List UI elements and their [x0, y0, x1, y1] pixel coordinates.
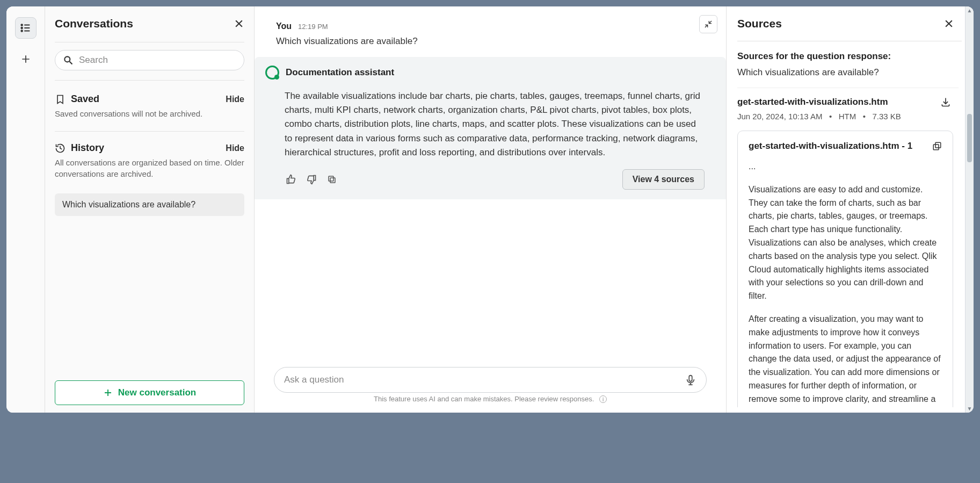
- svg-line-14: [709, 21, 712, 24]
- thumbs-up-button[interactable]: [285, 173, 297, 186]
- conversations-search[interactable]: [55, 50, 244, 70]
- svg-rect-16: [330, 178, 335, 183]
- sources-title: Sources: [737, 17, 782, 30]
- source-card-ellipsis: ...: [749, 160, 942, 174]
- sources-scroll-area: Sources for the question response: Which…: [737, 51, 962, 407]
- conversations-panel: Conversations Saved Hide Saved: [45, 6, 255, 413]
- source-file-name: get-started-with-visualizations.htm: [737, 97, 901, 107]
- rail-conversations-button[interactable]: [15, 17, 37, 39]
- conversations-close-button[interactable]: [234, 18, 244, 29]
- source-file-meta: Jun 20, 2024, 10:13 AM • HTM • 7.33 KB: [737, 112, 901, 121]
- chat-main: You 12:19 PM Which visualizations are av…: [255, 6, 726, 413]
- source-file-row: get-started-with-visualizations.htm Jun …: [737, 97, 959, 121]
- assistant-message-body: The available visualizations include bar…: [285, 89, 705, 160]
- source-card: get-started-with-visualizations.htm - 1 …: [737, 131, 953, 407]
- saved-hide-button[interactable]: Hide: [226, 95, 244, 104]
- microphone-icon[interactable]: [685, 374, 696, 386]
- svg-rect-23: [935, 142, 941, 148]
- download-icon: [940, 97, 951, 107]
- app-window: Conversations Saved Hide Saved: [6, 6, 974, 413]
- collapse-icon: [704, 20, 713, 28]
- bookmark-icon: [55, 94, 66, 105]
- assistant-name: Documentation assistant: [286, 67, 394, 78]
- user-message: You 12:19 PM Which visualizations are av…: [276, 21, 705, 48]
- source-file-date: Jun 20, 2024, 10:13 AM: [737, 112, 822, 121]
- svg-point-4: [21, 30, 23, 32]
- history-icon: [55, 143, 66, 154]
- search-icon: [63, 55, 74, 66]
- thumbs-down-icon: [306, 174, 317, 185]
- assistant-message: Documentation assistant The available vi…: [255, 57, 726, 200]
- rail-new-button[interactable]: [15, 48, 37, 70]
- saved-section-desc: Saved conversations will not be archived…: [55, 108, 244, 119]
- saved-section-title: Saved: [71, 93, 99, 105]
- svg-line-15: [705, 25, 708, 27]
- sources-panel: Sources Sources for the question respons…: [726, 6, 965, 413]
- svg-rect-17: [329, 176, 333, 181]
- open-copy-icon: [932, 141, 942, 151]
- new-conversation-button[interactable]: New conversation: [55, 380, 244, 405]
- conversations-title: Conversations: [55, 17, 133, 30]
- user-message-body: Which visualizations are available?: [276, 34, 705, 48]
- source-card-body: ... Visualizations are easy to add and c…: [749, 160, 942, 407]
- chat-input-area: This feature uses AI and can make mistak…: [255, 361, 726, 413]
- copy-icon: [327, 175, 337, 184]
- scroll-down-arrow-icon[interactable]: ▼: [966, 406, 974, 412]
- svg-rect-24: [933, 145, 939, 150]
- info-icon[interactable]: i: [599, 395, 607, 403]
- conversation-item[interactable]: Which visualizations are available?: [55, 193, 244, 216]
- history-hide-button[interactable]: Hide: [226, 143, 244, 153]
- source-download-button[interactable]: [940, 97, 951, 107]
- scrollbar-thumb[interactable]: [967, 114, 972, 162]
- sources-close-button[interactable]: [943, 18, 954, 29]
- list-icon: [20, 22, 32, 34]
- chat-input-box[interactable]: [274, 367, 707, 393]
- new-conversation-label: New conversation: [118, 387, 197, 398]
- plus-icon: [20, 54, 31, 64]
- search-input[interactable]: [79, 55, 236, 66]
- assistant-avatar-icon: [265, 66, 279, 80]
- source-card-paragraph: Visualizations are easy to add and custo…: [749, 183, 942, 303]
- sources-subtitle: Sources for the question response:: [737, 51, 959, 62]
- messages-area: You 12:19 PM Which visualizations are av…: [255, 6, 726, 361]
- copy-button[interactable]: [325, 173, 338, 186]
- svg-point-10: [64, 56, 70, 62]
- thumbs-down-button[interactable]: [305, 173, 318, 186]
- svg-rect-18: [689, 376, 692, 381]
- svg-line-11: [70, 62, 72, 64]
- svg-point-2: [21, 27, 23, 29]
- ai-disclaimer: This feature uses AI and can make mistak…: [274, 393, 707, 407]
- source-file-type: HTM: [839, 112, 856, 121]
- svg-point-0: [21, 24, 23, 26]
- user-message-time: 12:19 PM: [298, 23, 328, 31]
- close-icon: [234, 18, 244, 29]
- thumbs-up-icon: [286, 174, 296, 185]
- plus-icon: [103, 388, 113, 398]
- scroll-up-arrow-icon[interactable]: ▲: [966, 8, 974, 13]
- view-sources-button[interactable]: View 4 sources: [622, 169, 705, 190]
- disclaimer-text: This feature uses AI and can make mistak…: [374, 395, 594, 403]
- sources-question: Which visualizations are available?: [737, 67, 959, 78]
- window-scrollbar[interactable]: ▲ ▼: [965, 6, 974, 413]
- source-card-paragraph: After creating a visualization, you may …: [749, 313, 942, 407]
- history-section-desc: All conversations are organized based on…: [55, 157, 244, 179]
- close-icon: [943, 18, 954, 29]
- history-section-title: History: [71, 142, 104, 154]
- source-card-title: get-started-with-visualizations.htm - 1: [749, 141, 912, 152]
- collapse-chat-button[interactable]: [699, 15, 717, 33]
- user-sender-label: You: [276, 21, 292, 31]
- source-file-size: 7.33 KB: [872, 112, 901, 121]
- source-card-open-button[interactable]: [932, 141, 942, 151]
- left-rail: [6, 6, 45, 413]
- chat-input[interactable]: [284, 374, 678, 385]
